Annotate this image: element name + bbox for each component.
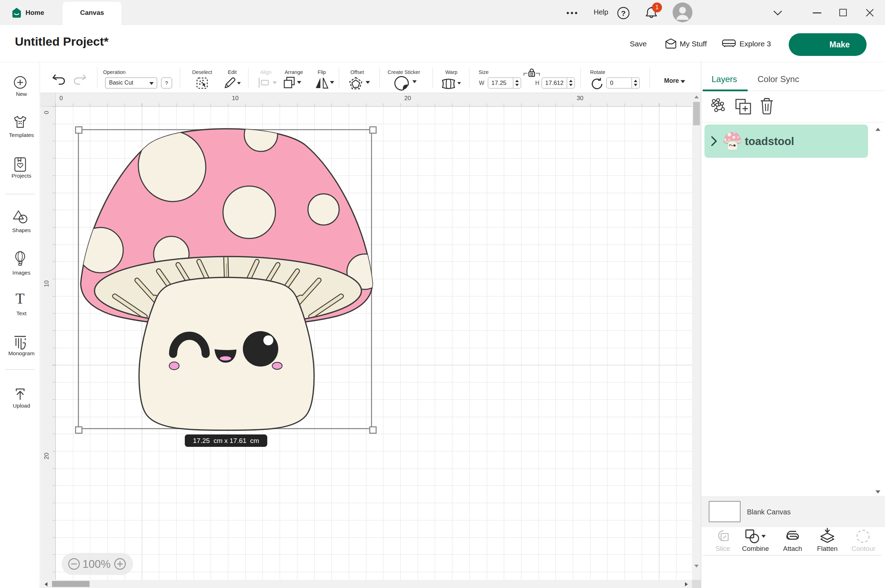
svg-text:?: ? (621, 9, 626, 17)
